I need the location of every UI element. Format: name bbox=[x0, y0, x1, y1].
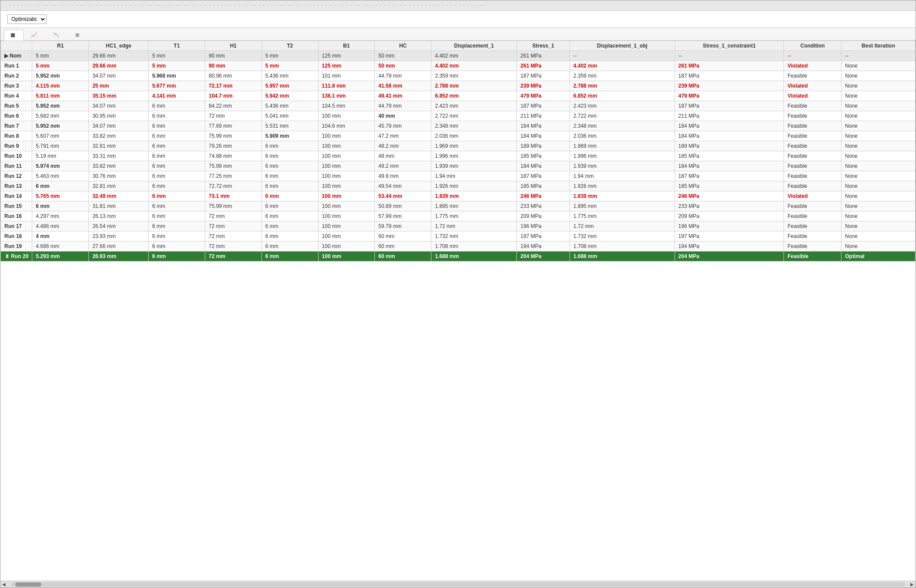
cell-run1-col2: 5 mm bbox=[149, 61, 205, 71]
col-header-bestiter[interactable]: Best Iteration bbox=[841, 41, 916, 51]
col-header-r1[interactable]: R1 bbox=[32, 41, 89, 51]
col-header-t2[interactable]: T2 bbox=[261, 41, 318, 51]
cell-run12-col0: 5.463 mm bbox=[32, 171, 89, 181]
cell-run15-col1: 31.81 mm bbox=[89, 201, 149, 211]
cell-run19-col7: 1.708 mm bbox=[431, 241, 517, 252]
cell-run11-col8: 184 MPa bbox=[517, 161, 570, 171]
cell-run5-col5: 104.5 mm bbox=[318, 101, 375, 111]
col-header-condition[interactable]: Condition bbox=[784, 41, 841, 51]
cell-run4-col12: None bbox=[841, 91, 916, 101]
cell-run18-col4: 6 mm bbox=[261, 231, 318, 241]
cell-run18-col8: 197 MPa bbox=[517, 231, 570, 241]
col-header-h1[interactable]: H1 bbox=[205, 41, 261, 51]
cell-run3-col6: 41.58 mm bbox=[375, 81, 431, 91]
cell-run20-col6: 60 mm bbox=[375, 252, 431, 262]
col-header-stress1[interactable]: Stress_1 bbox=[517, 41, 570, 51]
cell-run12-col5: 100 mm bbox=[318, 171, 375, 181]
table-row: Run 85.607 mm33.82 mm6 mm75.99 mm5.909 m… bbox=[1, 131, 916, 141]
scroll-right-button[interactable]: ▶ bbox=[909, 582, 916, 587]
table-container[interactable]: R1 HC1_edge T1 H1 T2 B1 HC Displacement_… bbox=[0, 41, 916, 581]
cell-run17-col7: 1.72 mm bbox=[431, 221, 517, 231]
tab-evaluation-plot[interactable]: 📈 bbox=[24, 30, 46, 40]
col-header-stress1con[interactable]: Stress_1_constraint1 bbox=[675, 41, 784, 51]
horizontal-scrollbar[interactable]: ◀ ▶ bbox=[0, 581, 916, 588]
cell-nom-col4: 5 mm bbox=[261, 51, 318, 61]
cell-run13-col2: 6 mm bbox=[149, 181, 205, 191]
table-row: ▶ Nom5 mm29.66 mm5 mm90 mm5 mm125 mm50 m… bbox=[1, 51, 916, 61]
cell-run19-col12: None bbox=[841, 241, 916, 252]
cell-run3-col2: 5.677 mm bbox=[149, 81, 205, 91]
col-header-hc1edge[interactable]: HC1_edge bbox=[89, 41, 149, 51]
cell-run18-col2: 6 mm bbox=[149, 231, 205, 241]
cell-run14-col4: 6 mm bbox=[261, 191, 318, 201]
cell-run8-col6: 47.2 mm bbox=[375, 131, 431, 141]
cell-run16-col2: 6 mm bbox=[149, 211, 205, 221]
cell-run17-col5: 100 mm bbox=[318, 221, 375, 231]
exploration-name-select[interactable]: Optimizatic bbox=[7, 14, 47, 24]
cell-run7-col5: 104.6 mm bbox=[318, 121, 375, 131]
cell-run17-col2: 6 mm bbox=[149, 221, 205, 231]
cell-run7-col6: 45.79 mm bbox=[375, 121, 431, 131]
cell-run14-col8: 246 MPa bbox=[517, 191, 570, 201]
cell-run11-col0: 5.974 mm bbox=[32, 161, 89, 171]
cell-run5-col3: 84.22 mm bbox=[205, 101, 261, 111]
cell-run19-col10: 194 MPa bbox=[675, 241, 784, 252]
cell-run10-col11: Feasible bbox=[784, 151, 841, 161]
tab-summary[interactable]: ▦ bbox=[4, 30, 24, 41]
row-label-run7: Run 7 bbox=[1, 121, 32, 131]
cell-run2-col10: 187 MPa bbox=[675, 71, 784, 81]
table-row: Run 164.297 mm26.13 mm6 mm72 mm6 mm100 m… bbox=[1, 211, 916, 221]
scroll-left-button[interactable]: ◀ bbox=[0, 582, 7, 587]
table-row: Run 25.952 mm34.07 mm5.968 mm80.96 mm5.4… bbox=[1, 71, 916, 81]
row-label-run15: Run 15 bbox=[1, 201, 32, 211]
cell-run2-col6: 44.79 mm bbox=[375, 71, 431, 81]
cell-run14-col10: 246 MPa bbox=[675, 191, 784, 201]
cell-run4-col11: Violated bbox=[784, 91, 841, 101]
cell-run2-col1: 34.07 mm bbox=[89, 71, 149, 81]
table-row: Run 75.952 mm34.07 mm6 mm77.69 mm5.531 m… bbox=[1, 121, 916, 131]
cell-run15-col3: 75.99 mm bbox=[205, 201, 261, 211]
cell-run6-col11: Feasible bbox=[784, 111, 841, 121]
cell-run19-col0: 4.686 mm bbox=[32, 241, 89, 252]
col-header-disp1[interactable]: Displacement_1 bbox=[431, 41, 517, 51]
cell-run8-col5: 100 mm bbox=[318, 131, 375, 141]
cell-run5-col11: Feasible bbox=[784, 101, 841, 111]
col-header-b1[interactable]: B1 bbox=[318, 41, 375, 51]
cell-run12-col11: Feasible bbox=[784, 171, 841, 181]
cell-run14-col7: 1.839 mm bbox=[431, 191, 517, 201]
cell-run19-col11: Feasible bbox=[784, 241, 841, 252]
cell-run3-col3: 72.17 mm bbox=[205, 81, 261, 91]
evaluation-plot-tab-icon: 📈 bbox=[31, 32, 37, 38]
cell-run14-col1: 32.49 mm bbox=[89, 191, 149, 201]
cell-run20-col9: 1.688 mm bbox=[570, 252, 675, 262]
table-row: Run 184 mm23.93 mm6 mm72 mm6 mm100 mm60 … bbox=[1, 231, 916, 241]
cell-run15-col5: 100 mm bbox=[318, 201, 375, 211]
cell-run17-col6: 59.79 mm bbox=[375, 221, 431, 231]
cell-run4-col3: 104.7 mm bbox=[205, 91, 261, 101]
row-label-run12: Run 12 bbox=[1, 171, 32, 181]
cell-run4-col7: 6.852 mm bbox=[431, 91, 517, 101]
table-row: Run 194.686 mm27.66 mm6 mm72 mm6 mm100 m… bbox=[1, 241, 916, 252]
col-header-hc[interactable]: HC bbox=[375, 41, 431, 51]
cell-run15-col6: 50.89 mm bbox=[375, 201, 431, 211]
cell-run16-col7: 1.775 mm bbox=[431, 211, 517, 221]
cell-run13-col8: 185 MPa bbox=[517, 181, 570, 191]
tab-iteration-plot[interactable]: 📉 bbox=[47, 30, 68, 40]
cell-run6-col5: 100 mm bbox=[318, 111, 375, 121]
cell-run15-col10: 233 MPa bbox=[675, 201, 784, 211]
cell-run6-col9: 2.722 mm bbox=[570, 111, 675, 121]
row-label-run14: Run 14 bbox=[1, 191, 32, 201]
cell-run13-col6: 49.54 mm bbox=[375, 181, 431, 191]
scrollbar-thumb[interactable] bbox=[15, 582, 41, 587]
cell-run6-col6: 40 mm bbox=[375, 111, 431, 121]
cell-run1-col1: 29.66 mm bbox=[89, 61, 149, 71]
cell-run3-col5: 111.8 mm bbox=[318, 81, 375, 91]
col-header-t1[interactable]: T1 bbox=[149, 41, 205, 51]
cell-run8-col8: 184 MPa bbox=[517, 131, 570, 141]
cell-run8-col1: 33.82 mm bbox=[89, 131, 149, 141]
table-row: Run 156 mm31.81 mm6 mm75.99 mm6 mm100 mm… bbox=[1, 201, 916, 211]
cell-run19-col3: 72 mm bbox=[205, 241, 261, 252]
tab-scatter-plot[interactable]: ⊞ bbox=[69, 30, 88, 40]
col-header-disp1obj[interactable]: Displacement_1_obj bbox=[570, 41, 675, 51]
col-header-indicator bbox=[1, 41, 32, 51]
